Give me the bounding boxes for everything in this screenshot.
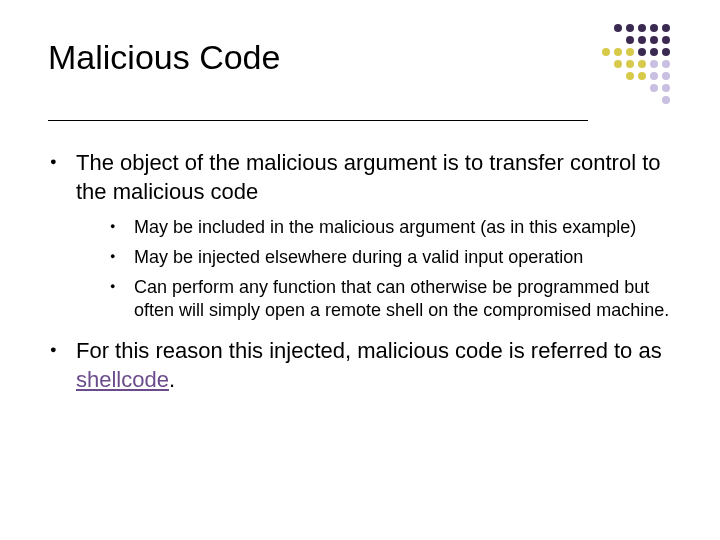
slide: Malicious Code	[0, 0, 720, 540]
bullet-text: May be included in the malicious argumen…	[134, 217, 636, 237]
svg-point-8	[662, 36, 670, 44]
bullet-text-pre: For this reason this injected, malicious…	[76, 338, 662, 363]
bullet-list-level2: May be included in the malicious argumen…	[76, 216, 672, 323]
svg-point-19	[638, 72, 646, 80]
svg-point-26	[662, 96, 670, 104]
list-item: Can perform any function that can otherw…	[110, 276, 672, 324]
shellcode-term: shellcode	[76, 367, 169, 392]
title-rule	[48, 120, 588, 121]
svg-point-11	[662, 48, 670, 56]
svg-point-0	[614, 24, 622, 32]
svg-point-6	[638, 36, 646, 44]
svg-point-14	[626, 48, 634, 56]
svg-point-1	[626, 24, 634, 32]
bullet-text: Can perform any function that can otherw…	[134, 277, 669, 321]
slide-title: Malicious Code	[48, 38, 572, 77]
svg-point-10	[650, 48, 658, 56]
svg-point-9	[638, 48, 646, 56]
svg-point-20	[650, 60, 658, 68]
svg-point-15	[614, 60, 622, 68]
svg-point-4	[662, 24, 670, 32]
list-item: For this reason this injected, malicious…	[48, 337, 672, 394]
slide-content: The object of the malicious argument is …	[48, 149, 672, 394]
dots-decoration-icon	[572, 20, 682, 110]
svg-point-18	[626, 72, 634, 80]
svg-point-16	[626, 60, 634, 68]
bullet-text-post: .	[169, 367, 175, 392]
svg-point-24	[650, 84, 658, 92]
bullet-text: May be injected elsewhere during a valid…	[134, 247, 583, 267]
title-row: Malicious Code	[48, 38, 672, 110]
bullet-list-level1: The object of the malicious argument is …	[48, 149, 672, 394]
svg-point-13	[614, 48, 622, 56]
bullet-text: The object of the malicious argument is …	[76, 150, 661, 204]
svg-point-3	[650, 24, 658, 32]
svg-point-12	[602, 48, 610, 56]
list-item: The object of the malicious argument is …	[48, 149, 672, 323]
svg-point-7	[650, 36, 658, 44]
svg-point-25	[662, 84, 670, 92]
svg-point-2	[638, 24, 646, 32]
svg-point-23	[662, 72, 670, 80]
list-item: May be injected elsewhere during a valid…	[110, 246, 672, 270]
svg-point-22	[650, 72, 658, 80]
svg-point-17	[638, 60, 646, 68]
list-item: May be included in the malicious argumen…	[110, 216, 672, 240]
svg-point-5	[626, 36, 634, 44]
svg-point-21	[662, 60, 670, 68]
